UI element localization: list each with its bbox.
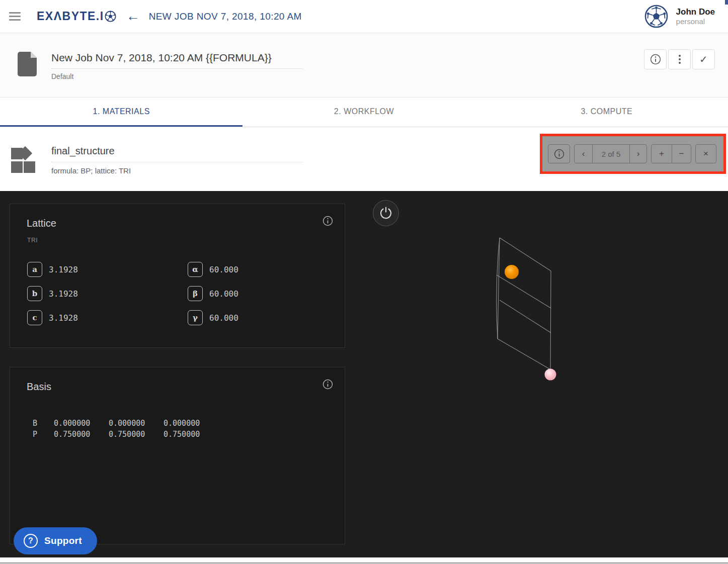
atom-orange (505, 265, 519, 279)
exabyte-logo[interactable]: EXΛBYTE.I (37, 10, 116, 23)
user-role: personal (676, 17, 715, 27)
close-icon: × (703, 149, 708, 159)
back-arrow-icon[interactable]: ← (126, 10, 140, 23)
material-meta: formula: BP; lattice: TRI (51, 166, 303, 175)
close-material-button[interactable]: × (695, 144, 716, 163)
structure-viewer[interactable] (0, 191, 728, 557)
power-icon (379, 207, 392, 220)
step-tabs: 1. MATERIALS 2. WORKFLOW 3. COMPUTE (0, 98, 728, 127)
info-icon (650, 54, 661, 65)
logo-ball-icon (105, 11, 116, 22)
job-subtitle: Default (51, 72, 303, 80)
question-icon: ? (24, 534, 38, 548)
material-info-button[interactable] (548, 144, 570, 163)
kebab-menu-icon (679, 55, 681, 64)
atom-pink (545, 369, 556, 381)
plus-icon: + (659, 149, 664, 159)
remove-material-button[interactable]: − (672, 144, 691, 163)
material-pager: ‹ 2 of 5 › (574, 144, 647, 163)
horizontal-scrollbar[interactable] (0, 562, 728, 563)
bottom-scroll-area (0, 557, 728, 564)
support-label: Support (44, 535, 82, 546)
page-title: NEW JOB NOV 7, 2018, 10:20 AM (149, 11, 302, 22)
tab-compute[interactable]: 3. COMPUTE (486, 98, 728, 127)
material-detail-section: Lattice TRI a 3.1928 α 60.000 b 3.1928 (0, 191, 728, 557)
chevron-right-icon: › (637, 149, 640, 159)
check-icon: ✓ (699, 53, 708, 65)
viewer-power-button[interactable] (373, 200, 399, 226)
material-icon (11, 145, 36, 173)
job-save-button[interactable]: ✓ (692, 49, 715, 69)
vertical-scrollbar-thumb[interactable] (725, 0, 728, 5)
tab-workflow[interactable]: 2. WORKFLOW (242, 98, 485, 127)
prev-material-button[interactable]: ‹ (574, 144, 593, 163)
job-info-button[interactable] (644, 49, 667, 69)
material-row: final_structure formula: BP; lattice: TR… (0, 127, 728, 191)
menu-icon[interactable] (9, 12, 21, 21)
document-icon (18, 52, 37, 76)
add-material-button[interactable]: + (651, 144, 672, 163)
job-actions: ✓ (644, 49, 715, 69)
job-header: New Job Nov 7, 2018, 10:20 AM {{FORMULA}… (0, 33, 728, 98)
minus-icon: − (679, 149, 684, 159)
tab-materials[interactable]: 1. MATERIALS (0, 98, 242, 127)
job-title[interactable]: New Job Nov 7, 2018, 10:20 AM {{FORMULA}… (51, 52, 303, 69)
material-add-remove: + − (651, 144, 691, 163)
user-name: John Doe (676, 7, 715, 17)
info-icon (554, 149, 564, 159)
pager-label: 2 of 5 (592, 144, 630, 163)
logo-text: EXΛBYTE.I (37, 10, 104, 23)
user-menu[interactable]: John Doe personal (644, 5, 715, 28)
unit-cell-wireframe (497, 238, 551, 369)
top-bar: EXΛBYTE.I ← NEW JOB NOV 7, 2018, 10:20 A… (0, 0, 728, 33)
material-name[interactable]: final_structure (51, 145, 303, 162)
support-button[interactable]: ? Support (14, 527, 97, 554)
chevron-left-icon: ‹ (582, 149, 585, 159)
avatar[interactable] (644, 5, 668, 28)
material-toolbar-annotation: ‹ 2 of 5 › + − × (540, 134, 726, 174)
job-more-button[interactable] (668, 49, 691, 69)
next-material-button[interactable]: › (629, 144, 647, 163)
